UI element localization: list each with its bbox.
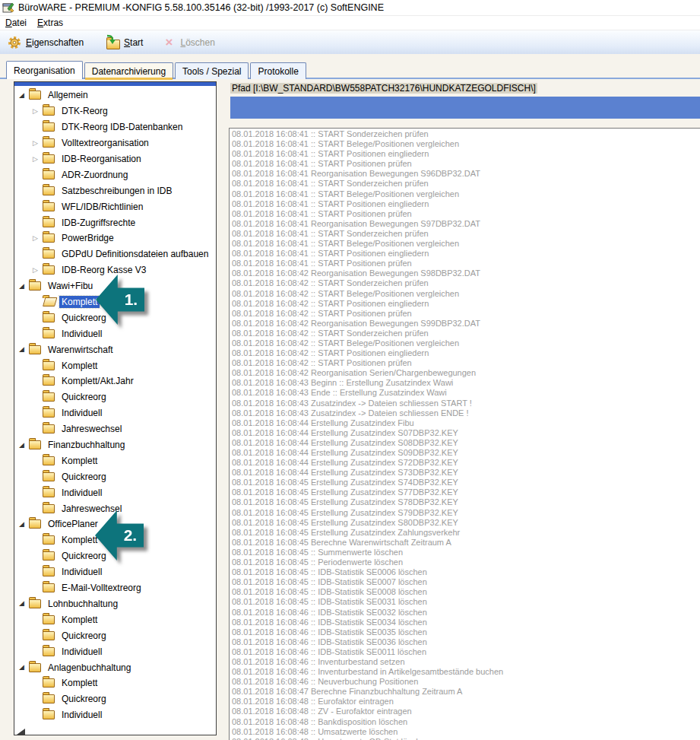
collapsed-triangle-icon[interactable]: ▷ <box>33 140 43 147</box>
tree-item[interactable]: Jahreswechsel <box>14 421 216 437</box>
tree: ◢Allgemein▷DTK-ReorgDTK-Reorg IDB-Datenb… <box>14 87 216 723</box>
tree-item[interactable]: Komplett/Akt.Jahr <box>14 373 216 389</box>
tree-item[interactable]: WFL/IDB/Richtlinien <box>14 198 216 214</box>
tree-item[interactable]: IDB-Zugriffsrechte <box>14 214 216 230</box>
log-line: 08.01.2018 16:08:45 :: IDB-Statistik SE0… <box>232 577 700 587</box>
tree-item[interactable]: ◢Finanzbuchhaltung <box>14 437 216 453</box>
menu-bar: Datei Extras <box>0 16 700 30</box>
tree-item-label: Allgemein <box>46 89 90 101</box>
tree-item-label: Quickreorg <box>59 693 109 705</box>
folder-icon <box>43 154 55 164</box>
log-line: 08.01.2018 16:08:41 :: START Belege/Posi… <box>232 239 700 249</box>
log-line: 08.01.2018 16:08:42 :: START Belege/Posi… <box>232 289 700 299</box>
tab-tools-spezial[interactable]: Tools / Spezial <box>175 62 249 79</box>
menu-item-datei[interactable]: Datei <box>0 17 32 29</box>
expanded-triangle-icon[interactable]: ◢ <box>19 442 29 449</box>
tree-item-label: IDB-Reorganisation <box>59 153 144 165</box>
tree-item[interactable]: Komplett <box>14 357 216 373</box>
tree-item-label: Quickreorg <box>59 391 109 403</box>
tab-reorganisation[interactable]: Reorganisation <box>6 61 83 79</box>
tree-item[interactable]: ◢Allgemein <box>14 87 216 103</box>
folder-icon <box>43 551 55 561</box>
log-line: 08.01.2018 16:08:41 :: START Belege/Posi… <box>232 189 700 199</box>
tree-item[interactable]: Individuell <box>14 707 216 723</box>
tree-item[interactable]: GDPdU Definitionsdateien aufbauen <box>14 246 216 262</box>
tab-datenarchivierung[interactable]: Datenarchivierung <box>84 62 173 79</box>
expanded-triangle-icon[interactable]: ◢ <box>19 664 29 671</box>
tree-item[interactable]: ADR-Zuordnung <box>14 167 216 183</box>
folder-icon <box>43 615 55 624</box>
log-line: 08.01.2018 16:08:41 :: START Positionen … <box>232 209 700 219</box>
tree-item-label: Komplett <box>59 296 100 308</box>
tree-item[interactable]: ▷PowerBridge <box>14 230 216 246</box>
tree-item[interactable]: Individuell <box>14 484 216 500</box>
loeschen-button[interactable]: × Löschen <box>156 34 220 51</box>
folder-icon <box>43 710 55 719</box>
tree-item[interactable]: Satzbeschreibungen in IDB <box>14 183 216 198</box>
arrow-left-icon: 1. <box>96 273 144 326</box>
log-line: 08.01.2018 16:08:41 Reorganisation Beweg… <box>232 219 700 229</box>
expanded-triangle-icon[interactable]: ◢ <box>19 283 29 290</box>
log-line: 08.01.2018 16:08:46 :: IDB-Statistik SE0… <box>232 637 700 647</box>
log-line: 08.01.2018 16:08:46 :: Neuverbuchung Pos… <box>232 677 700 687</box>
log-line: 08.01.2018 16:08:46 :: IDB-Statistik SE0… <box>232 627 700 637</box>
tree-item-label: Lohnbuchhaltung <box>46 598 120 610</box>
tree-item[interactable]: Komplett <box>14 453 216 468</box>
partial-expander-glyph <box>17 729 25 735</box>
tree-item[interactable]: DTK-Reorg IDB-Datenbanken <box>14 119 216 135</box>
expanded-triangle-icon[interactable]: ◢ <box>19 521 29 528</box>
log-line: 08.01.2018 16:08:41 :: START Sonderzeich… <box>232 129 700 139</box>
tree-item[interactable]: ▷DTK-Reorg <box>14 103 216 119</box>
tree-item-label: Individuell <box>59 487 104 499</box>
log-line: 08.01.2018 16:08:43 Zusatzindex -> Datei… <box>232 399 700 408</box>
tree-item-label: Komplett <box>59 614 100 626</box>
log-line: 08.01.2018 16:08:45 Erstellung Zusatzind… <box>232 488 700 497</box>
tree-item[interactable]: ◢Warenwirtschaft <box>14 341 216 357</box>
reorg-tree-panel[interactable]: ◢Allgemein▷DTK-ReorgDTK-Reorg IDB-Datenb… <box>14 81 217 735</box>
tree-item-label: WFL/IDB/Richtlinien <box>59 201 145 213</box>
collapsed-triangle-icon[interactable]: ▷ <box>33 156 43 163</box>
tree-item[interactable]: Quickreorg <box>14 691 216 707</box>
folder-icon <box>43 106 55 116</box>
collapsed-triangle-icon[interactable]: ▷ <box>33 267 43 274</box>
tree-item[interactable]: Individuell <box>14 564 216 580</box>
start-folder-icon <box>105 36 120 49</box>
tree-item-label: Warenwirtschaft <box>46 344 116 356</box>
tree-item[interactable]: E-Mail-Volltextreorg <box>14 580 216 596</box>
expanded-triangle-icon[interactable]: ◢ <box>19 346 29 353</box>
tree-item[interactable]: Komplett <box>14 611 216 627</box>
expanded-triangle-icon[interactable]: ◢ <box>19 600 29 607</box>
folder-icon <box>43 408 55 418</box>
tree-item-label: Individuell <box>59 328 104 340</box>
tree-item[interactable]: Individuell <box>14 643 216 659</box>
log-line: 08.01.2018 16:08:42 :: START Positionen … <box>232 358 700 368</box>
tree-item[interactable]: ▷Volltextreorganisation <box>14 135 216 151</box>
annotation-number: 1. <box>118 291 144 309</box>
tree-item[interactable]: ◢Lohnbuchhaltung <box>14 596 216 612</box>
collapsed-triangle-icon[interactable]: ▷ <box>33 108 43 115</box>
tree-item[interactable]: ◢Anlagenbuchhaltung <box>14 659 216 675</box>
tab-protokolle[interactable]: Protokolle <box>250 62 306 79</box>
start-button[interactable]: Start <box>100 34 148 51</box>
expanded-triangle-icon[interactable]: ◢ <box>19 92 29 99</box>
tree-item-label: Komplett <box>59 534 100 546</box>
log-line: 08.01.2018 16:08:48 :: Umsatzwerte lösch… <box>232 727 700 737</box>
tree-item[interactable]: Komplett <box>14 675 216 691</box>
tree-item-label: Komplett/Akt.Jahr <box>59 375 136 387</box>
folder-icon <box>43 392 55 402</box>
menu-item-extras[interactable]: Extras <box>32 17 68 29</box>
folder-icon <box>43 265 55 275</box>
tree-item[interactable]: Individuell <box>14 326 216 341</box>
collapsed-triangle-icon[interactable]: ▷ <box>33 235 43 242</box>
log-line: 08.01.2018 16:08:44 Erstellung Zusatzind… <box>232 428 700 438</box>
tree-item-label: IDB-Zugriffsrechte <box>59 217 138 229</box>
tree-item[interactable]: Individuell <box>14 405 216 421</box>
log-line: 08.01.2018 16:08:42 :: START Sonderzeich… <box>232 278 700 288</box>
tree-item[interactable]: Quickreorg <box>14 627 216 643</box>
tree-item[interactable]: ▷IDB-Reorganisation <box>14 151 216 167</box>
folder-icon <box>29 440 41 449</box>
eigenschaften-button[interactable]: Eigenschaften <box>2 34 89 51</box>
tree-item[interactable]: Quickreorg <box>14 468 216 484</box>
log-panel[interactable]: 08.01.2018 16:08:41 :: START Sonderzeich… <box>229 128 700 740</box>
tree-item[interactable]: Quickreorg <box>14 389 216 405</box>
